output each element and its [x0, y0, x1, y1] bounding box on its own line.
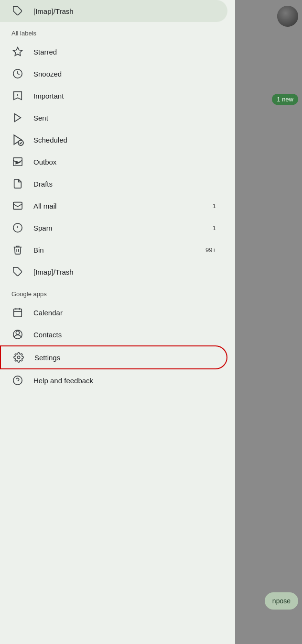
drafts-label: Drafts [33, 180, 216, 188]
svg-point-23 [13, 376, 22, 385]
sidebar-item-calendar[interactable]: Calendar [0, 301, 227, 323]
sidebar-item-imap-trash-bottom[interactable]: [Imap]/Trash [0, 261, 227, 283]
calendar-label: Calendar [33, 309, 216, 317]
compose-label: npose [272, 597, 291, 605]
important-icon [11, 89, 24, 102]
outbox-icon [11, 155, 24, 168]
sidebar-item-drafts[interactable]: Drafts [0, 173, 227, 195]
settings-icon [12, 351, 25, 364]
sidebar-item-help[interactable]: Help and feedback [0, 369, 227, 391]
sidebar: [Imap]/Trash All labels Starred Snoozed [0, 0, 235, 644]
right-panel: 1 new npose [235, 0, 302, 644]
sent-icon [11, 111, 24, 124]
starred-label: Starred [33, 48, 216, 56]
contacts-label: Contacts [33, 331, 216, 339]
all-mail-label: All mail [33, 202, 213, 210]
svg-marker-0 [13, 47, 22, 56]
sidebar-item-imap-trash-top[interactable]: [Imap]/Trash [0, 0, 227, 22]
svg-point-20 [16, 331, 19, 334]
svg-rect-11 [13, 202, 22, 210]
scheduled-icon [11, 133, 24, 146]
imap-trash-top-label: [Imap]/Trash [33, 7, 216, 15]
spam-count: 1 [213, 224, 216, 232]
outbox-label: Outbox [33, 158, 216, 166]
sidebar-item-important[interactable]: Important [0, 85, 227, 107]
sidebar-item-scheduled[interactable]: Scheduled [0, 129, 227, 151]
help-label: Help and feedback [33, 377, 216, 385]
sidebar-item-all-mail[interactable]: All mail 1 [0, 195, 227, 217]
google-apps-section-label: Google apps [0, 283, 235, 301]
svg-point-22 [17, 356, 20, 359]
sidebar-item-bin[interactable]: Bin 99+ [0, 239, 227, 261]
bin-label: Bin [33, 246, 205, 254]
settings-label: Settings [34, 354, 215, 362]
star-icon [11, 45, 24, 58]
important-label: Important [33, 92, 216, 100]
svg-marker-5 [15, 114, 21, 122]
tag-icon-bottom [11, 266, 24, 278]
contacts-icon [11, 328, 24, 341]
all-mail-count: 1 [213, 202, 216, 210]
sidebar-item-snoozed[interactable]: Snoozed [0, 63, 227, 85]
drafts-icon [11, 178, 24, 190]
spam-label: Spam [33, 224, 213, 232]
sidebar-item-starred[interactable]: Starred [0, 41, 227, 63]
spam-icon [11, 222, 24, 234]
avatar[interactable] [277, 6, 298, 27]
help-icon [11, 374, 24, 387]
sidebar-item-sent[interactable]: Sent [0, 107, 227, 129]
sidebar-item-spam[interactable]: Spam 1 [0, 217, 227, 239]
svg-marker-10 [16, 161, 19, 164]
bin-icon [11, 244, 24, 256]
clock-icon [11, 67, 24, 80]
imap-trash-bottom-label: [Imap]/Trash [33, 268, 216, 276]
all-mail-icon [11, 200, 24, 212]
sidebar-item-settings[interactable]: Settings [0, 345, 227, 369]
tag-icon-top [11, 5, 24, 17]
sidebar-item-outbox[interactable]: Outbox [0, 151, 227, 173]
compose-button[interactable]: npose [265, 592, 298, 610]
all-labels-section-label: All labels [0, 22, 235, 41]
new-badge: 1 new [272, 94, 298, 105]
sidebar-item-contacts[interactable]: Contacts [0, 323, 227, 345]
snoozed-label: Snoozed [33, 70, 216, 78]
calendar-icon [11, 306, 24, 319]
sent-label: Sent [33, 114, 216, 122]
svg-rect-16 [14, 309, 22, 317]
bin-count: 99+ [205, 246, 216, 254]
scheduled-label: Scheduled [33, 136, 216, 144]
